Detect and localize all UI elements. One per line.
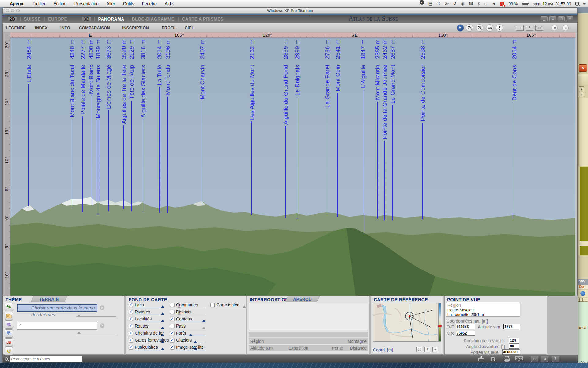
export-image-icon[interactable] [515,356,523,363]
pan-terrain-icon[interactable] [486,24,493,32]
menu-fichier[interactable]: Fichier [32,1,45,6]
opacity-slider-handle[interactable] [161,327,164,329]
menu-profil[interactable]: PROFIL [162,25,177,30]
opacity-slider-handle[interactable] [161,312,164,315]
society-icon[interactable] [5,312,13,320]
wifi-icon[interactable]: ◇ [484,0,488,7]
globe-icon[interactable] [580,291,585,296]
opacity-slider[interactable] [135,336,164,336]
opacity-slider-handle[interactable] [178,305,181,308]
tab-bloc-diagramme[interactable]: BLOC-DIAGRAMME [132,17,174,21]
xp-scroll-down-icon[interactable]: ˅ [579,92,584,97]
checkbox-gares-ferroviaires[interactable]: ✓ [129,338,133,342]
menu-outils[interactable]: Outils [123,1,134,6]
close-window-icon[interactable] [6,9,9,12]
menu-édition[interactable]: Édition [53,1,66,6]
menu-aller[interactable]: Aller [107,1,115,6]
checkbox-routes[interactable]: ✓ [129,324,133,328]
restore-app-icon[interactable]: ❐ [549,16,556,21]
select-pointer-icon[interactable] [457,24,464,32]
open-panorama-icon[interactable] [478,356,485,363]
theme-slider-2-handle[interactable] [77,332,81,334]
clear-theme-2-icon[interactable]: ✕ [100,323,104,328]
menu-légende[interactable]: LÉGENDE [6,25,26,30]
annotate-icon[interactable]: a [541,356,548,362]
print-icon[interactable] [504,356,510,363]
zoom-out-icon[interactable] [476,24,483,32]
notification-list-icon[interactable]: ≡ [583,0,586,7]
fit-extent-icon[interactable]: ⛶ [417,347,422,352]
menu-index[interactable]: INDEX [35,25,47,30]
menu-présentation[interactable]: Présentation [74,1,99,6]
opacity-slider[interactable] [176,308,205,308]
opacity-slider[interactable] [176,322,205,322]
set-viewpoint-icon[interactable] [496,24,503,32]
opacity-slider-handle[interactable] [243,305,246,308]
opacity-slider-handle[interactable] [202,327,205,329]
mode-3d[interactable]: 3D [82,17,91,21]
profile-frame-icon[interactable] [516,25,524,31]
opacity-slider-handle[interactable] [161,305,164,308]
opacity-slider[interactable] [135,350,164,350]
zoom-window-icon[interactable] [16,9,20,12]
checkbox-forêt[interactable]: ✓ [170,331,174,335]
theme-slider-2[interactable] [76,334,116,334]
alt-input[interactable] [503,324,520,329]
displays-icon[interactable]: ▤ [428,0,432,7]
range-input[interactable] [502,349,520,355]
input-language-flag-icon[interactable]: + [500,2,504,6]
tab-apercu-label[interactable]: APERÇU [293,297,312,302]
universal-access-icon[interactable]: ◉ [461,0,464,7]
opacity-slider[interactable] [135,322,164,322]
zoom-in-icon[interactable] [466,24,473,32]
opacity-slider-handle[interactable] [194,348,197,350]
skype-status-icon[interactable]: ✓ [420,0,424,5]
opacity-slider[interactable] [135,329,164,329]
checkbox-districts[interactable] [170,310,174,314]
mode-2d[interactable]: 2D [8,17,17,21]
split-frame-icon[interactable] [526,25,533,31]
vegetation-icon[interactable] [5,303,13,311]
fast-forward-icon[interactable]: ≫ [445,0,449,7]
opacity-slider[interactable] [176,329,205,329]
opacity-slider-handle[interactable] [202,320,205,322]
opacity-slider[interactable] [135,315,164,315]
theme-slider-handle[interactable] [77,314,81,316]
opacity-slider[interactable] [176,350,205,350]
zoom-minus-icon[interactable]: − [432,347,438,352]
transport-icon[interactable] [5,338,13,347]
checkbox-funiculaires[interactable]: ✓ [129,345,133,349]
window-title-bar[interactable]: Windows XP Pro Titanium [3,8,577,14]
delete-frame-icon[interactable] [535,25,543,31]
oe-input[interactable] [456,324,475,329]
checkbox-pays[interactable] [170,324,174,328]
opacity-slider-handle[interactable] [189,334,192,336]
theme-dropdown-2[interactable]: ^ [17,322,97,330]
spotlight-icon[interactable] [575,2,579,6]
tab-panorama[interactable]: PANORAMA [98,17,124,21]
checkbox-localités[interactable]: ✓ [129,317,133,321]
menu-aide[interactable]: Aide [165,1,173,6]
state-icon[interactable] [5,329,13,338]
checkbox-chemins-de-fer[interactable]: ✓ [129,331,133,335]
checkbox-cantons[interactable]: ✓ [170,317,174,321]
reference-map[interactable] [373,303,438,342]
phone-icon[interactable]: ☎ [469,0,473,7]
opacity-slider[interactable] [176,343,205,343]
keyboard-viewer-icon[interactable]: ⌘ [436,0,440,7]
opacity-slider-handle[interactable] [161,341,164,343]
help-icon[interactable]: ? [552,356,559,362]
checkbox-glaciers[interactable]: ✓ [170,338,174,342]
minimize-app-icon[interactable]: ▁ [541,16,548,21]
tourism-icon[interactable] [5,347,13,355]
minimize-window-icon[interactable] [11,9,14,12]
xp-scrollbar-fragment[interactable] [578,98,588,166]
checkbox-rivières[interactable]: ✓ [129,310,133,314]
checkbox-lacs[interactable]: ✓ [129,303,133,307]
tab-terrain-label[interactable]: TERRAIN [39,297,59,302]
xp-close-icon[interactable]: ✕ [579,64,587,72]
theme-search-input[interactable] [9,356,82,362]
menu-info[interactable]: INFO [60,25,70,30]
menu-comparaison[interactable]: COMPARAISON [79,25,110,30]
time-machine-icon[interactable]: ↺ [453,0,457,7]
